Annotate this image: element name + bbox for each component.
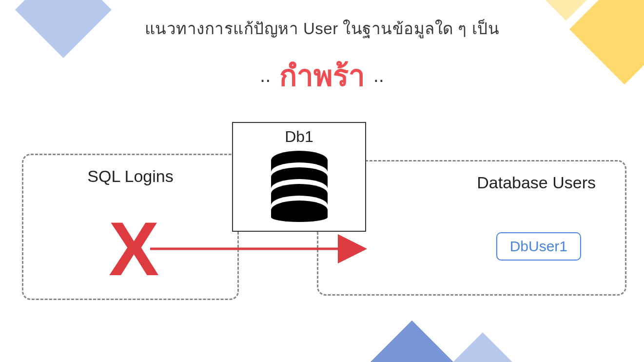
database-users-label: Database Users [477, 173, 596, 192]
db1-box: Db1 [232, 122, 366, 232]
arrow-icon [150, 239, 370, 259]
decoration-bottom-blue [353, 321, 470, 362]
title-line-1: แนวทางการแก้ปัญหา User ในฐานข้อมูลใด ๆ เ… [0, 16, 644, 41]
title-line-2: .. กำพร้า .. [0, 52, 644, 99]
dbuser1-label: DbUser1 [510, 238, 567, 254]
title-dots-left: .. [260, 64, 271, 86]
title-orphan-word: กำพร้า [275, 60, 369, 92]
dbuser1-box: DbUser1 [496, 232, 581, 261]
db1-label: Db1 [233, 128, 365, 146]
database-icon [268, 150, 331, 225]
title-dots-right: .. [373, 64, 384, 86]
decoration-bottom-blue-light [448, 332, 517, 362]
title-block: แนวทางการแก้ปัญหา User ในฐานข้อมูลใด ๆ เ… [0, 16, 644, 99]
sql-logins-label: SQL Logins [23, 167, 237, 186]
diagram-container: SQL Logins X Database Users DbUser1 Db1 [10, 122, 634, 307]
sql-logins-box: SQL Logins X [22, 154, 239, 300]
svg-point-11 [271, 212, 328, 222]
